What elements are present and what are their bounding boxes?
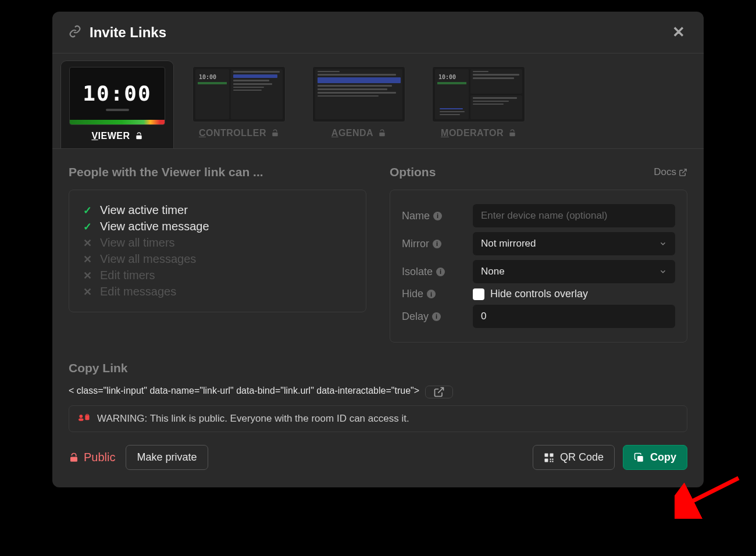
info-icon[interactable]: i	[432, 312, 441, 321]
make-private-button[interactable]: Make private	[126, 445, 208, 470]
unlock-icon	[508, 129, 516, 137]
info-icon[interactable]: i	[436, 268, 445, 276]
copy-link-section: Copy Link < class="link-input" data-name…	[69, 361, 687, 470]
isolate-select[interactable]: None	[473, 260, 675, 283]
unlock-icon	[271, 129, 279, 137]
svg-point-4	[79, 415, 83, 418]
perm-view-all-timers: ✕View all timers	[83, 236, 352, 250]
svg-rect-11	[544, 458, 548, 462]
perm-view-active-message: ✓View active message	[83, 220, 352, 233]
isolate-label: Isolatei	[402, 266, 466, 278]
hide-label: Hidei	[402, 288, 466, 300]
svg-rect-8	[70, 457, 77, 461]
invite-links-modal: Invite Links ✕ 10:00 VIEWER 10:0	[52, 12, 704, 487]
chevron-down-icon	[659, 268, 667, 276]
svg-rect-12	[550, 458, 551, 459]
name-input[interactable]	[473, 204, 675, 227]
warning-icon	[79, 413, 90, 425]
svg-rect-16	[637, 456, 643, 462]
public-warning: WARNING: This link is public. Everyone w…	[69, 405, 687, 432]
copy-button[interactable]: Copy	[623, 445, 687, 470]
svg-rect-15	[552, 461, 553, 462]
unlock-icon	[69, 452, 79, 463]
delay-label: Delayi	[402, 311, 466, 323]
info-icon[interactable]: i	[433, 240, 441, 248]
tab-moderator-preview: 10:00	[432, 66, 525, 122]
tab-controller[interactable]: 10:00 CONTROLLER	[184, 60, 294, 148]
permissions-list: ✓View active timer ✓View active message …	[69, 190, 366, 312]
chevron-down-icon	[659, 240, 667, 248]
tab-moderator-label: MODERATOR	[441, 128, 516, 138]
options-heading: Options	[390, 165, 436, 179]
permissions-heading: People with the Viewer link can ...	[69, 165, 366, 179]
permissions-section: People with the Viewer link can ... ✓Vie…	[69, 165, 366, 343]
svg-rect-2	[380, 133, 385, 136]
copy-link-heading: Copy Link	[69, 361, 687, 375]
docs-link[interactable]: Docs	[654, 166, 687, 178]
svg-rect-3	[509, 133, 515, 136]
perm-edit-messages: ✕Edit messages	[83, 285, 352, 298]
perm-view-active-timer: ✓View active timer	[83, 204, 352, 217]
svg-rect-9	[544, 453, 548, 457]
check-icon: ✓	[83, 204, 92, 217]
tab-controller-preview: 10:00	[192, 66, 286, 122]
open-link-button[interactable]	[425, 386, 453, 398]
unlock-icon	[135, 132, 143, 140]
hide-checkbox-label: Hide controls overlay	[490, 288, 588, 300]
svg-rect-1	[272, 133, 277, 136]
tab-agenda-label: AGENDA	[331, 128, 386, 138]
tab-controller-label: CONTROLLER	[199, 128, 279, 138]
mirror-select[interactable]: Not mirrored	[473, 232, 675, 255]
tab-viewer-label: VIEWER	[91, 131, 142, 141]
name-label: Namei	[402, 210, 466, 222]
unlock-icon	[378, 129, 386, 137]
external-link-icon	[433, 386, 445, 398]
copy-icon	[634, 452, 644, 463]
perm-view-all-messages: ✕View all messages	[83, 252, 352, 266]
qr-code-icon	[544, 452, 554, 463]
options-section: Options Docs Namei Mirrori Not mirrore	[390, 165, 687, 343]
public-status: Public	[69, 451, 115, 464]
x-icon: ✕	[83, 253, 92, 266]
mirror-label: Mirrori	[402, 238, 466, 250]
svg-rect-10	[550, 453, 553, 457]
tab-viewer-preview: 10:00	[69, 67, 165, 125]
info-icon[interactable]: i	[433, 212, 442, 220]
x-icon: ✕	[83, 286, 92, 298]
svg-rect-13	[552, 458, 553, 459]
modal-header: Invite Links ✕	[52, 12, 704, 54]
tab-agenda-preview	[312, 66, 405, 122]
tab-moderator[interactable]: 10:00	[424, 60, 533, 148]
check-icon: ✓	[83, 220, 92, 233]
close-button[interactable]: ✕	[670, 23, 687, 41]
svg-rect-5	[79, 418, 84, 420]
svg-rect-14	[550, 461, 551, 462]
x-icon: ✕	[83, 269, 92, 282]
modal-title: Invite Links	[90, 24, 670, 41]
delay-input[interactable]	[473, 305, 675, 328]
tab-agenda[interactable]: AGENDA	[304, 60, 413, 148]
tab-viewer[interactable]: 10:00 VIEWER	[60, 60, 174, 148]
external-link-icon	[679, 168, 687, 177]
tabs: 10:00 VIEWER 10:00	[52, 54, 704, 149]
info-icon[interactable]: i	[427, 290, 436, 298]
qr-code-button[interactable]: QR Code	[533, 445, 615, 470]
hide-checkbox[interactable]	[473, 288, 484, 300]
x-icon: ✕	[83, 237, 92, 250]
perm-edit-timers: ✕Edit timers	[83, 269, 352, 282]
svg-rect-0	[136, 136, 141, 139]
link-icon	[69, 25, 81, 40]
preview-time: 10:00	[83, 81, 151, 105]
